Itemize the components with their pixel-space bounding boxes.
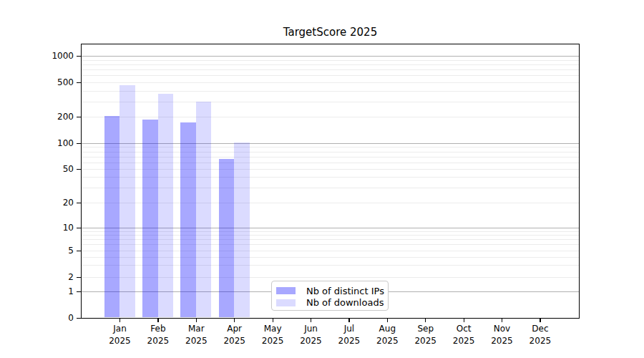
minor-gridline-300 — [82, 102, 579, 102]
chart-figure: TargetScore 2025 01251020501002005001000… — [0, 0, 644, 358]
y-tick-label-200: 200 — [0, 112, 74, 122]
minor-gridline-700 — [82, 69, 579, 70]
legend-label: Nb of distinct IPs — [306, 286, 384, 296]
y-tick-mark-20 — [77, 203, 81, 203]
y-tick-label-500: 500 — [0, 77, 74, 87]
x-tick-mark-mar — [196, 319, 197, 322]
bar-jan-distinct-ips — [104, 116, 120, 317]
legend-swatch-icon — [276, 299, 296, 306]
y-tick-mark-200 — [77, 117, 81, 117]
y-tick-label-0: 0 — [0, 313, 74, 323]
bar-mar-distinct-ips — [180, 122, 196, 317]
chart-title: TargetScore 2025 — [81, 26, 580, 39]
bar-feb-distinct-ips — [142, 120, 158, 318]
legend-item-downloads: Nb of downloads — [272, 297, 388, 309]
x-tick-mark-apr — [234, 319, 235, 322]
y-tick-mark-50 — [77, 169, 81, 170]
legend: Nb of distinct IPsNb of downloads — [271, 281, 389, 311]
bar-mar-downloads — [196, 102, 212, 318]
bar-apr-distinct-ips — [219, 159, 235, 318]
x-tick-year: 2025 — [517, 335, 563, 347]
x-tick-label-dec: Dec2025 — [517, 323, 563, 347]
y-tick-label-50: 50 — [0, 164, 74, 174]
plot-area — [81, 44, 580, 319]
legend-label: Nb of downloads — [306, 297, 384, 308]
x-tick-mark-sep — [425, 319, 426, 322]
y-tick-label-5: 5 — [0, 246, 74, 256]
minor-gridline-800 — [82, 64, 579, 65]
legend-swatch-icon — [276, 287, 296, 294]
x-tick-month: Dec — [517, 323, 563, 335]
y-tick-label-10: 10 — [0, 223, 74, 233]
x-tick-mark-jan — [119, 319, 120, 322]
legend-item-distinct-ips: Nb of distinct IPs — [272, 285, 388, 297]
x-tick-mark-jun — [311, 319, 311, 322]
y-tick-mark-500 — [77, 82, 81, 83]
y-tick-mark-0 — [77, 318, 81, 319]
bar-feb-downloads — [158, 94, 174, 317]
minor-gridline-900 — [82, 60, 579, 61]
x-tick-mark-nov — [502, 319, 502, 322]
y-tick-mark-1000 — [77, 56, 81, 57]
bar-apr-downloads — [234, 142, 250, 317]
major-gridline-1000 — [82, 56, 579, 57]
y-tick-mark-1 — [77, 291, 81, 292]
minor-gridline-500 — [82, 82, 579, 83]
y-tick-mark-2 — [77, 277, 81, 278]
minor-gridline-200 — [82, 117, 579, 117]
x-tick-mark-feb — [157, 319, 158, 322]
x-tick-mark-jul — [348, 319, 349, 322]
x-tick-mark-oct — [464, 319, 464, 322]
y-tick-mark-5 — [77, 251, 81, 251]
y-tick-label-1: 1 — [0, 286, 74, 296]
x-tick-mark-dec — [540, 319, 540, 322]
bar-jan-downloads — [119, 85, 135, 317]
y-tick-mark-100 — [77, 143, 81, 144]
x-tick-mark-aug — [387, 319, 388, 322]
minor-gridline-400 — [82, 91, 579, 92]
y-tick-label-100: 100 — [0, 138, 74, 148]
minor-gridline-600 — [82, 75, 579, 76]
y-tick-label-20: 20 — [0, 198, 74, 208]
x-tick-mark-may — [273, 319, 273, 322]
y-tick-label-2: 2 — [0, 272, 74, 282]
y-tick-mark-10 — [77, 228, 81, 228]
y-tick-label-1000: 1000 — [0, 51, 74, 61]
